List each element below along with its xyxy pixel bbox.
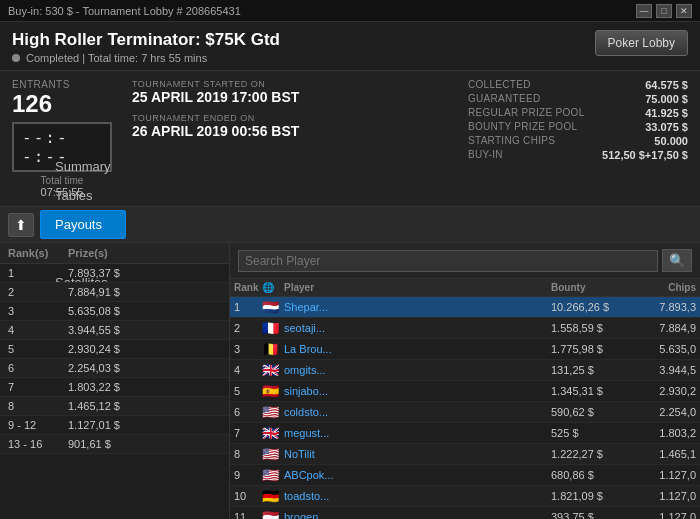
stat-label: REGULAR PRIZE POOL <box>468 107 585 119</box>
player-rank: 11 <box>234 511 262 519</box>
search-input[interactable] <box>238 250 658 272</box>
stat-value: 50.000 <box>654 135 688 147</box>
payout-prize: 7.884,91 $ <box>68 286 221 298</box>
player-flag: 🇺🇸 <box>262 467 284 483</box>
player-flag: 🇬🇧 <box>262 425 284 441</box>
status-text: Completed | Total time: 7 hrs 55 mins <box>26 52 207 64</box>
maximize-button[interactable]: □ <box>656 4 672 18</box>
title-bar: Buy-in: 530 $ - Tournament Lobby # 20866… <box>0 0 700 22</box>
payout-header: Rank(s) Prize(s) <box>0 243 229 264</box>
stat-row: GUARANTEED 75.000 $ <box>468 93 688 105</box>
stat-label: STARTING CHIPS <box>468 135 555 147</box>
pt-header-chips: Chips <box>631 282 696 293</box>
payout-row[interactable]: 4 3.944,55 $ <box>0 321 229 340</box>
player-chips: 7.884,9 <box>631 322 696 334</box>
payout-rank: 7 <box>8 381 68 393</box>
player-row[interactable]: 6 🇺🇸 coldsto... 590,62 $ 2.254,0 <box>230 402 700 423</box>
payout-prize: 1.127,01 $ <box>68 419 221 431</box>
payout-prize: 7.893,37 $ <box>68 267 221 279</box>
player-name: ABCpok... <box>284 469 551 481</box>
player-name: NoTilit <box>284 448 551 460</box>
payout-row[interactable]: 8 1.465,12 $ <box>0 397 229 416</box>
stat-row: BUY-IN 512,50 $+17,50 $ <box>468 149 688 161</box>
player-chips: 2.930,2 <box>631 385 696 397</box>
tab-summary[interactable]: Summary <box>40 152 126 181</box>
player-row[interactable]: 11 🇳🇱 brogen... 393,75 $ 1.127,0 <box>230 507 700 519</box>
payout-row[interactable]: 2 7.884,91 $ <box>0 283 229 302</box>
player-bounty: 393,75 $ <box>551 511 631 519</box>
player-chips: 1.803,2 <box>631 427 696 439</box>
player-rank: 4 <box>234 364 262 376</box>
player-chips: 5.635,0 <box>631 343 696 355</box>
payout-row[interactable]: 9 - 12 1.127,01 $ <box>0 416 229 435</box>
stat-row: BOUNTY PRIZE POOL 33.075 $ <box>468 121 688 133</box>
player-row[interactable]: 8 🇺🇸 NoTilit 1.222,27 $ 1.465,1 <box>230 444 700 465</box>
payout-prize: 1.465,12 $ <box>68 400 221 412</box>
player-chips: 3.944,5 <box>631 364 696 376</box>
payout-row[interactable]: 5 2.930,24 $ <box>0 340 229 359</box>
player-name: megust... <box>284 427 551 439</box>
player-row[interactable]: 5 🇪🇸 sinjabo... 1.345,31 $ 2.930,2 <box>230 381 700 402</box>
player-row[interactable]: 10 🇩🇪 toadsto... 1.821,09 $ 1.127,0 <box>230 486 700 507</box>
title-bar-text: Buy-in: 530 $ - Tournament Lobby # 20866… <box>8 5 241 17</box>
player-bounty: 1.558,59 $ <box>551 322 631 334</box>
player-bounty: 590,62 $ <box>551 406 631 418</box>
started-label: TOURNAMENT STARTED ON <box>132 79 448 89</box>
stat-label: BUY-IN <box>468 149 503 161</box>
payout-row[interactable]: 13 - 16 901,61 $ <box>0 435 229 454</box>
poker-lobby-button[interactable]: Poker Lobby <box>595 30 688 56</box>
payout-row[interactable]: 1 7.893,37 $ <box>0 264 229 283</box>
payout-rows: 1 7.893,37 $ 2 7.884,91 $ 3 5.635,08 $ 4… <box>0 264 229 454</box>
player-row[interactable]: 9 🇺🇸 ABCpok... 680,86 $ 1.127,0 <box>230 465 700 486</box>
player-rank: 10 <box>234 490 262 502</box>
player-flag: 🇩🇪 <box>262 488 284 504</box>
player-row[interactable]: 4 🇬🇧 omgits... 131,25 $ 3.944,5 <box>230 360 700 381</box>
player-table-header: Rank 🌐 Player Bounty Chips <box>230 279 700 297</box>
player-name: seotaji... <box>284 322 551 334</box>
payout-rank: 1 <box>8 267 68 279</box>
payout-row[interactable]: 6 2.254,03 $ <box>0 359 229 378</box>
stat-label: COLLECTED <box>468 79 531 91</box>
player-name: sinjabo... <box>284 385 551 397</box>
player-name: La Brou... <box>284 343 551 355</box>
close-button[interactable]: ✕ <box>676 4 692 18</box>
player-table: Rank 🌐 Player Bounty Chips 1 🇳🇱 Shepar..… <box>230 279 700 519</box>
player-row[interactable]: 1 🇳🇱 Shepar... 10.266,26 $ 7.893,3 <box>230 297 700 318</box>
payout-list: Rank(s) Prize(s) 1 7.893,37 $ 2 7.884,91… <box>0 243 230 519</box>
player-rank: 9 <box>234 469 262 481</box>
player-row[interactable]: 7 🇬🇧 megust... 525 $ 1.803,2 <box>230 423 700 444</box>
nav-back-button[interactable]: ⬆ <box>8 213 34 237</box>
stat-label: BOUNTY PRIZE POOL <box>468 121 577 133</box>
player-flag: 🇺🇸 <box>262 404 284 420</box>
player-name: coldsto... <box>284 406 551 418</box>
payout-rank: 4 <box>8 324 68 336</box>
player-rank: 7 <box>234 427 262 439</box>
player-name: brogen... <box>284 511 551 519</box>
player-row[interactable]: 3 🇧🇪 La Brou... 1.775,98 $ 5.635,0 <box>230 339 700 360</box>
status-row: Completed | Total time: 7 hrs 55 mins <box>12 52 280 64</box>
player-chips: 1.465,1 <box>631 448 696 460</box>
player-chips: 7.893,3 <box>631 301 696 313</box>
payout-prize-header: Prize(s) <box>68 247 221 259</box>
player-chips: 1.127,0 <box>631 469 696 481</box>
player-bounty: 1.775,98 $ <box>551 343 631 355</box>
minimize-button[interactable]: — <box>636 4 652 18</box>
pt-header-bounty: Bounty <box>551 282 631 293</box>
started-date: 25 APRIL 2019 17:00 BST <box>132 89 448 105</box>
payout-rank: 9 - 12 <box>8 419 68 431</box>
payout-rank: 8 <box>8 400 68 412</box>
payout-row[interactable]: 3 5.635,08 $ <box>0 302 229 321</box>
header: High Roller Terminator: $75K Gtd Complet… <box>0 22 700 71</box>
search-button[interactable]: 🔍 <box>662 249 692 272</box>
ended-label: TOURNAMENT ENDED ON <box>132 113 448 123</box>
stat-row: REGULAR PRIZE POOL 41.925 $ <box>468 107 688 119</box>
payout-rank-header: Rank(s) <box>8 247 68 259</box>
player-flag: 🇬🇧 <box>262 362 284 378</box>
player-row[interactable]: 2 🇫🇷 seotaji... 1.558,59 $ 7.884,9 <box>230 318 700 339</box>
payout-rank: 5 <box>8 343 68 355</box>
stat-value: 33.075 $ <box>645 121 688 133</box>
tab-tables[interactable]: Tables <box>40 181 126 210</box>
player-flag: 🇺🇸 <box>262 446 284 462</box>
tab-payouts[interactable]: Payouts <box>40 210 126 239</box>
payout-row[interactable]: 7 1.803,22 $ <box>0 378 229 397</box>
